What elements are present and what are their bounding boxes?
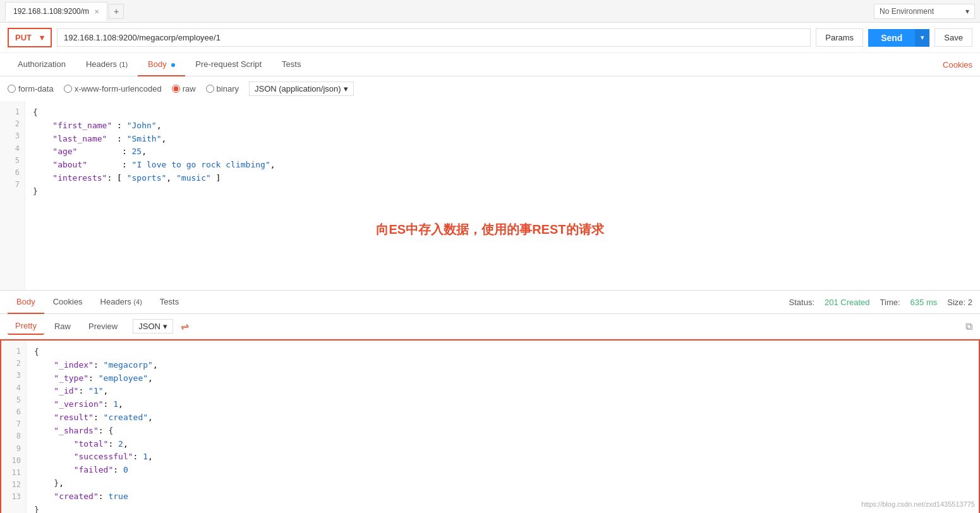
res-json-label: JSON [138, 322, 160, 331]
request-body-editor: 向ES中存入数据，使用的事REST的请求 1234567 { "first_na… [0, 101, 980, 291]
res-tab-cookies[interactable]: Cookies [44, 291, 92, 314]
tab-authorization[interactable]: Authorization [8, 53, 76, 76]
chevron-down-icon: ▾ [965, 7, 969, 16]
env-selector[interactable]: No Environment ▾ [874, 4, 975, 19]
tab-label: 192.168.1.108:9200/m [13, 7, 89, 16]
wrap-icon[interactable]: ⇌ [181, 320, 189, 332]
response-section: Body Cookies Headers (4) Tests Status: 2… [0, 291, 980, 513]
send-dropdown-button[interactable]: ▾ [915, 29, 929, 47]
raw-option[interactable]: raw [172, 84, 196, 94]
response-code-area[interactable]: 12345678910111213 { "_index": "megacorp"… [0, 339, 980, 513]
save-button[interactable]: Save [935, 28, 972, 47]
request-tab[interactable]: 192.168.1.108:9200/m ✕ [5, 2, 107, 21]
method-label: PUT [15, 33, 32, 42]
res-code-content[interactable]: { "_index": "megacorp", "_type": "employ… [27, 341, 979, 513]
tab-body[interactable]: Body [138, 53, 185, 76]
res-json-chevron-icon: ▾ [163, 322, 167, 331]
tab-bar: 192.168.1.108:9200/m ✕ + No Environment … [0, 0, 980, 23]
res-tab-body[interactable]: Body [8, 291, 44, 314]
json-selector-label: JSON (application/json) [255, 84, 341, 94]
add-icon: + [114, 6, 119, 16]
json-chevron-icon: ▾ [344, 84, 348, 94]
request-bar: PUT ▾ Params Send ▾ Save [0, 23, 980, 53]
res-fmt-preview[interactable]: Preview [81, 318, 125, 334]
code-content[interactable]: { "first_name" : "John", "last_name" : "… [25, 101, 980, 290]
watermark: https://blog.csdn.net/zxd1435513775 [861, 500, 975, 508]
body-options: form-data x-www-form-urlencoded raw bina… [0, 76, 980, 101]
send-group: Send ▾ [868, 29, 929, 47]
form-data-radio[interactable] [8, 85, 16, 93]
method-chevron-icon: ▾ [40, 33, 44, 42]
res-json-selector[interactable]: JSON ▾ [133, 319, 173, 334]
params-button[interactable]: Params [816, 28, 863, 47]
copy-icon[interactable]: ⧉ [965, 321, 972, 332]
res-fmt-pretty[interactable]: Pretty [8, 318, 44, 335]
response-format-bar: Pretty Raw Preview JSON ▾ ⇌ ⧉ [0, 314, 980, 339]
time-value: 635 ms [910, 298, 938, 307]
method-button[interactable]: PUT ▾ [8, 28, 52, 47]
form-data-option[interactable]: form-data [8, 84, 54, 94]
size-label: Size: 2 [947, 298, 972, 307]
status-label: Status: [789, 298, 814, 307]
binary-option[interactable]: binary [206, 84, 239, 94]
tab-close-icon[interactable]: ✕ [94, 8, 99, 15]
url-input[interactable] [57, 28, 811, 47]
res-line-numbers: 12345678910111213 [1, 341, 27, 513]
time-label: Time: [880, 298, 900, 307]
status-value: 201 Created [825, 298, 870, 307]
cookies-link[interactable]: Cookies [943, 54, 972, 76]
res-fmt-raw[interactable]: Raw [47, 318, 78, 334]
res-tab-headers[interactable]: Headers (4) [92, 291, 151, 314]
tab-headers[interactable]: Headers (1) [76, 53, 138, 76]
urlencoded-radio[interactable] [64, 85, 72, 93]
request-tabs: Authorization Headers (1) Body Pre-reque… [0, 53, 980, 76]
code-editor-area[interactable]: 1234567 { "first_name" : "John", "last_n… [0, 101, 980, 291]
env-label: No Environment [880, 7, 934, 16]
urlencoded-option[interactable]: x-www-form-urlencoded [64, 84, 162, 94]
send-button[interactable]: Send [868, 29, 915, 47]
tab-pre-request-script[interactable]: Pre-request Script [185, 53, 272, 76]
json-type-selector[interactable]: JSON (application/json) ▾ [249, 81, 354, 96]
response-tabs-bar: Body Cookies Headers (4) Tests Status: 2… [0, 291, 980, 314]
raw-radio[interactable] [172, 85, 180, 93]
line-numbers: 1234567 [0, 101, 25, 290]
response-status-bar: Status: 201 Created Time: 635 ms Size: 2 [789, 298, 972, 307]
res-tab-tests[interactable]: Tests [151, 291, 188, 314]
binary-radio[interactable] [206, 85, 214, 93]
new-tab-button[interactable]: + [109, 4, 124, 19]
tab-tests[interactable]: Tests [272, 53, 311, 76]
